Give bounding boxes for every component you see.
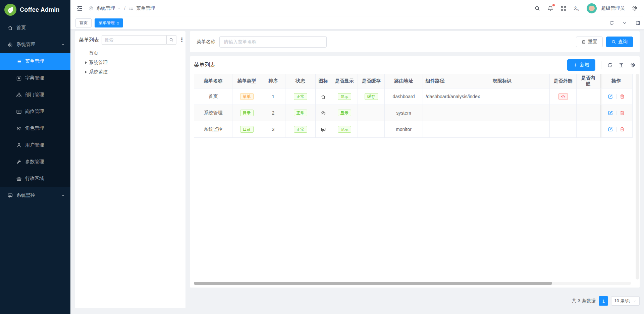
maximize-icon[interactable] xyxy=(631,16,644,29)
chevron-down-icon[interactable] xyxy=(618,16,631,29)
menu-name-label: 菜单名称 xyxy=(197,39,215,45)
cell-menu-name: 系统监控 xyxy=(194,121,232,138)
search-icon[interactable] xyxy=(534,5,540,11)
delete-icon[interactable] xyxy=(620,94,625,99)
sidebar-item-menu-mgmt[interactable]: 菜单管理 xyxy=(0,53,70,70)
sidebar-item-home[interactable]: 首页 xyxy=(0,19,70,36)
header-tools: 超级管理员 xyxy=(534,3,638,13)
tree-panel-title: 菜单列表 xyxy=(79,37,99,43)
gear-icon xyxy=(89,6,94,11)
kebab-menu-icon[interactable]: ⋮ xyxy=(179,37,184,43)
app-root: Coffee Admin 首页 系统管理 菜单管理 字典管理 部门管理 xyxy=(0,0,644,314)
home-icon xyxy=(321,94,326,100)
menu-table: 菜单名称 菜单类型 排序 状态 图标 是否显示 是否缓存 路由地址 组件路径 权… xyxy=(194,74,633,138)
leaf-logo-icon xyxy=(4,4,16,16)
status-badge: 正常 xyxy=(294,110,307,116)
sidebar: Coffee Admin 首页 系统管理 菜单管理 字典管理 部门管理 xyxy=(0,0,70,314)
roles-icon xyxy=(16,126,22,131)
type-badge: 菜单 xyxy=(240,93,254,100)
caret-right-icon[interactable] xyxy=(84,61,88,64)
top-header: 系统管理 / 菜单管理 超级管理员 xyxy=(70,0,644,16)
row-density-icon[interactable] xyxy=(619,62,624,68)
translate-icon[interactable] xyxy=(574,5,580,11)
plus-icon xyxy=(573,63,578,67)
fullscreen-icon[interactable] xyxy=(560,5,567,11)
table-row: 首页 菜单 1 正常 显示 缓存 dashboard /dashboard/an… xyxy=(194,88,633,105)
tab-menu-mgmt[interactable]: 菜单管理 x xyxy=(95,18,123,27)
tree-panel-header: 菜单列表 ⋮ xyxy=(79,35,181,45)
sidebar-item-region[interactable]: 行政区域 xyxy=(0,170,70,187)
breadcrumb-item-menu: 菜单管理 xyxy=(136,5,155,11)
tree-search-group xyxy=(102,35,176,45)
chevron-down-icon xyxy=(117,7,121,10)
tree-node-home[interactable]: 首页 xyxy=(79,49,181,58)
tree-node-system[interactable]: 系统管理 xyxy=(79,58,181,67)
refresh-icon[interactable] xyxy=(607,62,613,68)
main-region: 系统管理 / 菜单管理 超级管理员 首页 菜单管理 x xyxy=(70,0,644,314)
tree-search-input[interactable] xyxy=(102,35,166,45)
page-number-button[interactable]: 1 xyxy=(599,296,608,306)
caret-right-icon[interactable] xyxy=(84,71,88,73)
page-size-select[interactable]: 10 条/页 xyxy=(611,296,640,306)
content-area: 菜单列表 ⋮ 首页 系统管理 系统监控 xyxy=(70,30,644,314)
sidebar-item-role-mgmt[interactable]: 角色管理 xyxy=(0,120,70,137)
sidebar-item-param-mgmt[interactable]: 参数管理 xyxy=(0,153,70,170)
chevron-down-icon xyxy=(633,299,637,303)
reset-button[interactable]: 重置 xyxy=(576,37,603,47)
horizontal-scrollbar-track xyxy=(194,282,631,285)
type-badge: 目录 xyxy=(240,110,254,116)
tab-bar: 首页 菜单管理 x xyxy=(70,16,644,30)
edit-icon[interactable] xyxy=(608,127,613,132)
search-icon xyxy=(611,40,616,44)
cell-menu-name: 首页 xyxy=(194,88,232,105)
list-icon xyxy=(129,6,134,11)
chevron-up-icon xyxy=(61,43,65,47)
table-card-header: 菜单列表 新增 xyxy=(194,56,636,74)
avatar[interactable] xyxy=(587,3,597,13)
table-card-title: 菜单列表 xyxy=(194,62,215,69)
settings-gear-icon[interactable] xyxy=(632,5,638,11)
close-icon[interactable]: x xyxy=(117,21,119,25)
table-header-row: 菜单名称 菜单类型 排序 状态 图标 是否显示 是否缓存 路由地址 组件路径 权… xyxy=(194,74,633,88)
query-button[interactable]: 查询 xyxy=(606,37,633,47)
gear-icon xyxy=(7,42,13,48)
edit-icon[interactable] xyxy=(608,110,613,116)
tab-home[interactable]: 首页 xyxy=(75,18,92,27)
visible-badge: 显示 xyxy=(338,126,351,133)
sidebar-submenu-system: 菜单管理 字典管理 部门管理 岗位管理 角色管理 用户管理 xyxy=(0,53,70,187)
trash-icon xyxy=(581,40,586,44)
status-badge: 正常 xyxy=(294,126,307,133)
breadcrumb-item-system[interactable]: 系统管理 xyxy=(96,5,115,11)
search-form-card: 菜单名称 重置 查询 xyxy=(190,31,640,52)
add-button[interactable]: 新增 xyxy=(567,59,595,71)
sidebar-group-monitor[interactable]: 系统监控 xyxy=(0,187,70,204)
horizontal-scrollbar-thumb[interactable] xyxy=(194,282,552,285)
search-icon xyxy=(169,38,174,42)
refresh-icon[interactable] xyxy=(605,16,618,29)
column-settings-gear-icon[interactable] xyxy=(630,62,636,68)
list-icon xyxy=(16,59,22,64)
delete-icon[interactable] xyxy=(620,110,625,116)
main-column: 菜单名称 重置 查询 xyxy=(190,31,640,314)
edit-icon[interactable] xyxy=(608,94,613,99)
delete-icon[interactable] xyxy=(620,127,625,132)
sidebar-collapse-icon[interactable] xyxy=(76,5,83,12)
tree-search-button[interactable] xyxy=(166,35,176,45)
sidebar-item-dict-mgmt[interactable]: 字典管理 xyxy=(0,70,70,86)
notification-dot xyxy=(552,4,555,6)
tree-node-monitor[interactable]: 系统监控 xyxy=(79,67,181,77)
sidebar-item-dept-mgmt[interactable]: 部门管理 xyxy=(0,86,70,103)
menu-name-input[interactable] xyxy=(219,36,327,48)
menu-table-card: 菜单列表 新增 xyxy=(190,56,640,288)
vertical-scrollbar[interactable] xyxy=(636,74,639,279)
user-name[interactable]: 超级管理员 xyxy=(601,5,625,11)
tab-toolbar xyxy=(605,16,644,29)
monitor-icon xyxy=(7,193,13,198)
sidebar-item-user-mgmt[interactable]: 用户管理 xyxy=(0,137,70,153)
visible-badge: 显示 xyxy=(338,93,351,100)
sidebar-group-system[interactable]: 系统管理 xyxy=(0,36,70,53)
external-badge: 否 xyxy=(558,93,568,100)
type-badge: 目录 xyxy=(240,126,254,133)
notification-bell-icon[interactable] xyxy=(547,5,553,11)
sidebar-item-post-mgmt[interactable]: 岗位管理 xyxy=(0,103,70,120)
